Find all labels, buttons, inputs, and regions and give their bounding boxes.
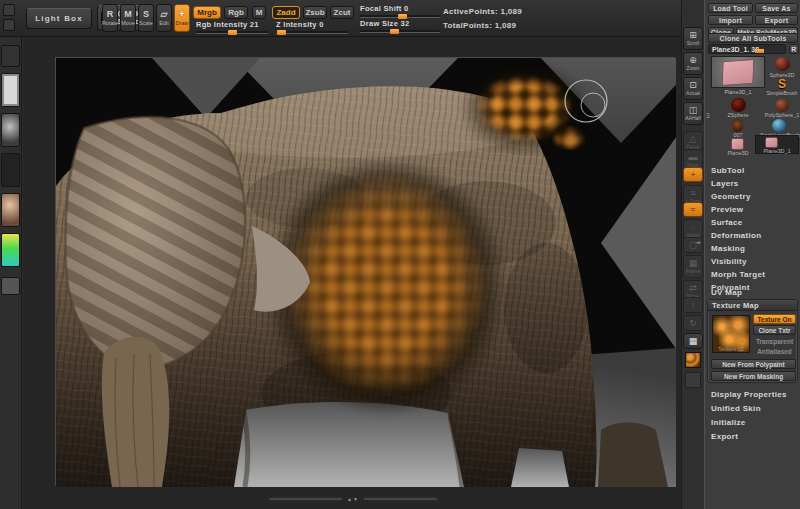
rotate-mode-button[interactable]: R Rotate (102, 4, 118, 32)
clone-all-subtools-button[interactable]: Clone All SubTools (708, 33, 798, 43)
frame-button[interactable]: ▦ Frame (683, 255, 703, 278)
scroll-button[interactable]: ⊞ Scroll (683, 27, 703, 50)
section-initialize[interactable]: Initialize (711, 418, 746, 427)
actual-icon: ⊡ (689, 81, 697, 90)
section-deformation[interactable]: Deformation (711, 231, 761, 240)
lightbox-button[interactable]: Light Box (26, 8, 92, 29)
grid-button[interactable]: ▦ Grid (683, 333, 703, 349)
section-geometry[interactable]: Geometry (711, 192, 751, 201)
zoom-button[interactable]: ⊕ Zoom (683, 52, 703, 75)
actual-button[interactable]: ⊡ Actual (683, 77, 703, 100)
section-visibility[interactable]: Visibility (711, 257, 747, 266)
ghost-icon: ◌ (690, 223, 695, 232)
secondary-color[interactable] (1, 277, 20, 295)
texture-preview[interactable] (1, 153, 20, 187)
mrgb-button[interactable]: Mrgb (193, 6, 221, 19)
lsym-icon: ≡ (690, 189, 695, 198)
elephant-scene (56, 58, 676, 487)
section-preview[interactable]: Preview (711, 205, 743, 214)
zbrush-window: Light Box Quick Sketch ▱ Edit + Draw M M… (0, 0, 800, 509)
rotate-shelf-button[interactable]: ↻ Rot (683, 315, 703, 331)
sculpt-document[interactable] (55, 57, 675, 486)
texture-on-button[interactable]: Texture On (753, 314, 796, 324)
color-picker[interactable] (1, 233, 20, 267)
rgb-button[interactable]: Rgb (224, 6, 248, 19)
current-item-slider[interactable]: Plane3D_1. 38 (708, 44, 786, 54)
section-layers[interactable]: Layers (711, 179, 739, 188)
edit-mode-button[interactable]: ▱ Edit (156, 4, 172, 32)
snapshot-grid-icon[interactable] (685, 372, 701, 388)
stroke-preview[interactable] (1, 73, 20, 107)
aahalf-button[interactable]: ◫ AAHalf (683, 102, 703, 125)
quickpick-singlelayerbrush[interactable] (772, 119, 786, 132)
scale-icon: S (143, 10, 149, 19)
scroll-icon: ⊞ (689, 31, 697, 40)
z-intensity-slider[interactable]: Z Intensity 0 (276, 21, 348, 34)
m-button[interactable]: M (252, 6, 266, 19)
zadd-button[interactable]: Zadd (272, 6, 300, 19)
clone-txtr-button[interactable]: Clone Txtr (753, 325, 796, 335)
texture-map-thumb-label: Texture 02 (712, 346, 750, 352)
move-mode-button[interactable]: M Move (120, 4, 136, 32)
draw-mode-button[interactable]: + Draw (174, 4, 190, 32)
quickpick-sphere3d[interactable] (775, 57, 790, 71)
antialiased-button[interactable]: Antialiased (753, 346, 796, 356)
local-button[interactable]: + Local (683, 167, 703, 182)
move-shelf-icon: ⇄ (689, 284, 697, 293)
quickpick-count: 3 (706, 112, 710, 119)
draw-size-slider[interactable]: Draw Size 32 (360, 20, 440, 33)
new-from-masking-button[interactable]: New From Masking (711, 371, 796, 381)
import-button[interactable]: Import (708, 15, 753, 25)
quickpick-polysphere[interactable] (775, 99, 789, 112)
right-shelf: ⊞ Scroll ⊕ Zoom ⊡ Actual ◫ AAHalf △ Pers… (681, 0, 704, 509)
grid-icon: ▦ (689, 337, 698, 346)
zsub-button[interactable]: Zsub (303, 6, 327, 19)
fast-button[interactable]: ≈ Fast (683, 202, 703, 217)
top-toolbar: Light Box Quick Sketch ▱ Edit + Draw M M… (0, 0, 704, 37)
rotate-icon: R (107, 10, 114, 19)
quickpick-plane3d-1-selected[interactable]: Plane3D_1 (755, 135, 799, 154)
fast-icon: ≈ (691, 205, 695, 214)
section-unified-skin[interactable]: Unified Skin (711, 404, 761, 413)
export-button[interactable]: Export (755, 15, 798, 25)
corner-icon[interactable] (3, 4, 15, 16)
material-preview[interactable] (1, 193, 20, 227)
zoom-icon: ⊕ (689, 56, 697, 65)
rgb-intensity-slider[interactable]: Rgb Intensity 21 (196, 21, 268, 34)
section-surface[interactable]: Surface (711, 218, 742, 227)
tray-resize-handle[interactable]: ◂▸ (696, 239, 701, 245)
rotate-shelf-icon: ↻ (689, 319, 697, 328)
save-as-button[interactable]: Save As (755, 3, 798, 13)
quickpick-007[interactable] (732, 119, 743, 132)
tool-palette: Load Tool Save As Import Export Clone Ma… (704, 0, 800, 509)
edit-icon: ▱ (161, 10, 168, 19)
corner-icon-2[interactable] (3, 19, 15, 31)
alpha-preview[interactable] (1, 113, 20, 147)
current-texture-thumb[interactable] (685, 352, 701, 368)
transparent-button[interactable]: Transparent (753, 336, 796, 346)
scale-mode-button[interactable]: S Scale (138, 4, 154, 32)
new-from-polypaint-button[interactable]: New From Polypaint (711, 359, 796, 369)
quickpick-zsphere[interactable] (731, 98, 746, 112)
scale-shelf-button[interactable]: ↕ Scale (683, 297, 703, 313)
current-tool-thumb[interactable] (711, 56, 765, 88)
section-masking[interactable]: Masking (711, 244, 745, 253)
section-export[interactable]: Export (711, 432, 738, 441)
bottom-tray-handle[interactable]: ▲▼ (268, 496, 438, 502)
brush-preview[interactable] (1, 45, 20, 67)
rename-button[interactable]: R (789, 44, 799, 54)
load-tool-button[interactable]: Load Tool (708, 3, 753, 13)
floor-icon: ▬ (689, 153, 698, 162)
texture-map-header[interactable]: Texture Map (708, 300, 797, 311)
section-uvmap-visible[interactable]: UV Map (711, 288, 742, 297)
section-display-properties[interactable]: Display Properties (711, 390, 787, 399)
focal-shift-slider[interactable]: Focal Shift 0 (360, 5, 440, 18)
frame-icon: ▦ (689, 259, 698, 268)
zcut-button[interactable]: Zcut (330, 6, 354, 19)
section-morph-target[interactable]: Morph Target (711, 270, 765, 279)
texture-map-section: Texture Map Texture 02 Texture On Clone … (707, 299, 798, 383)
quickpick-simplebrush[interactable]: S (775, 78, 789, 90)
section-subtool[interactable]: SubTool (711, 166, 745, 175)
quickpick-plane3d[interactable] (731, 138, 744, 150)
scale-shelf-icon: ↕ (691, 301, 696, 310)
